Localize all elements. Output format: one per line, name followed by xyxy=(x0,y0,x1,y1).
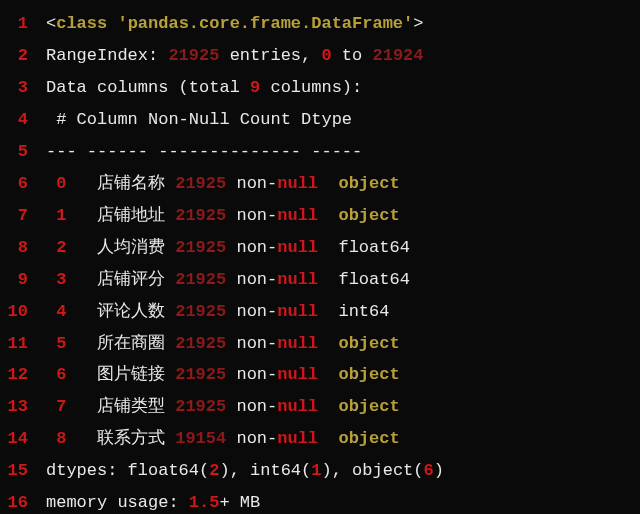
col-index: 6 xyxy=(56,365,66,384)
code-line: 3Data columns (total 9 columns): xyxy=(0,72,640,104)
col-name: 店铺名称 xyxy=(97,174,165,193)
null-keyword: null xyxy=(277,174,318,193)
code-output: 1<class 'pandas.core.frame.DataFrame'>2R… xyxy=(0,8,640,514)
line-number: 4 xyxy=(0,104,46,136)
column-row: 12 6 图片链接 21925 non-null object xyxy=(0,359,640,391)
line-number: 3 xyxy=(0,72,46,104)
line-number: 16 xyxy=(0,487,46,514)
col-dtype: object xyxy=(338,397,399,416)
line-number: 6 xyxy=(0,168,46,200)
column-row: 14 8 联系方式 19154 non-null object xyxy=(0,423,640,455)
col-name: 联系方式 xyxy=(97,429,165,448)
col-name: 店铺评分 xyxy=(97,270,165,289)
col-index: 2 xyxy=(56,238,66,257)
col-dtype: float64 xyxy=(338,270,409,289)
column-row: 10 4 评论人数 21925 non-null int64 xyxy=(0,296,640,328)
null-keyword: null xyxy=(277,365,318,384)
line-number: 12 xyxy=(0,359,46,391)
null-keyword: null xyxy=(277,429,318,448)
code-line: 5--- ------ -------------- ----- xyxy=(0,136,640,168)
col-count: 19154 xyxy=(175,429,226,448)
col-dtype: object xyxy=(338,334,399,353)
col-index: 7 xyxy=(56,397,66,416)
col-index: 1 xyxy=(56,206,66,225)
line-number: 1 xyxy=(0,8,46,40)
null-keyword: null xyxy=(277,270,318,289)
col-dtype: int64 xyxy=(338,302,389,321)
col-name: 店铺类型 xyxy=(97,397,165,416)
col-dtype: object xyxy=(338,429,399,448)
line-number: 7 xyxy=(0,200,46,232)
line-number: 8 xyxy=(0,232,46,264)
divider-row: --- ------ -------------- ----- xyxy=(46,142,362,161)
col-name: 人均消费 xyxy=(97,238,165,257)
col-index: 8 xyxy=(56,429,66,448)
col-index: 4 xyxy=(56,302,66,321)
class-keyword: class xyxy=(56,14,107,33)
code-line: 1<class 'pandas.core.frame.DataFrame'> xyxy=(0,8,640,40)
col-dtype: object xyxy=(338,174,399,193)
line-number: 5 xyxy=(0,136,46,168)
col-count: 21925 xyxy=(175,365,226,384)
line-number: 10 xyxy=(0,296,46,328)
column-row: 7 1 店铺地址 21925 non-null object xyxy=(0,200,640,232)
column-row: 8 2 人均消费 21925 non-null float64 xyxy=(0,232,640,264)
code-line: 4 # Column Non-Null Count Dtype xyxy=(0,104,640,136)
line-number: 9 xyxy=(0,264,46,296)
header-row: # Column Non-Null Count Dtype xyxy=(46,110,352,129)
null-keyword: null xyxy=(277,302,318,321)
memory-value: 1.5 xyxy=(189,493,220,512)
col-name: 店铺地址 xyxy=(97,206,165,225)
column-row: 13 7 店铺类型 21925 non-null object xyxy=(0,391,640,423)
col-index: 5 xyxy=(56,334,66,353)
col-count: 21925 xyxy=(175,206,226,225)
code-line: 2RangeIndex: 21925 entries, 0 to 21924 xyxy=(0,40,640,72)
col-index: 3 xyxy=(56,270,66,289)
line-number: 14 xyxy=(0,423,46,455)
col-count: 21925 xyxy=(175,334,226,353)
line-number: 11 xyxy=(0,328,46,360)
col-count: 21925 xyxy=(175,302,226,321)
col-index: 0 xyxy=(56,174,66,193)
col-dtype: object xyxy=(338,365,399,384)
col-dtype: float64 xyxy=(338,238,409,257)
column-row: 9 3 店铺评分 21925 non-null float64 xyxy=(0,264,640,296)
null-keyword: null xyxy=(277,334,318,353)
null-keyword: null xyxy=(277,206,318,225)
col-name: 图片链接 xyxy=(97,365,165,384)
col-count: 21925 xyxy=(175,238,226,257)
col-dtype: object xyxy=(338,206,399,225)
dtypes-summary: 15dtypes: float64(2), int64(1), object(6… xyxy=(0,455,640,487)
column-row: 6 0 店铺名称 21925 non-null object xyxy=(0,168,640,200)
range-max: 21924 xyxy=(372,46,423,65)
null-keyword: null xyxy=(277,238,318,257)
col-name: 评论人数 xyxy=(97,302,165,321)
null-keyword: null xyxy=(277,397,318,416)
col-count: 21925 xyxy=(175,397,226,416)
col-count: 21925 xyxy=(175,270,226,289)
column-count: 9 xyxy=(250,78,260,97)
column-row: 11 5 所在商圈 21925 non-null object xyxy=(0,328,640,360)
col-name: 所在商圈 xyxy=(97,334,165,353)
line-number: 13 xyxy=(0,391,46,423)
class-name: pandas.core.frame.DataFrame xyxy=(128,14,403,33)
line-number: 2 xyxy=(0,40,46,72)
memory-usage: 16memory usage: 1.5+ MB xyxy=(0,487,640,514)
range-total: 21925 xyxy=(168,46,219,65)
col-count: 21925 xyxy=(175,174,226,193)
line-number: 15 xyxy=(0,455,46,487)
